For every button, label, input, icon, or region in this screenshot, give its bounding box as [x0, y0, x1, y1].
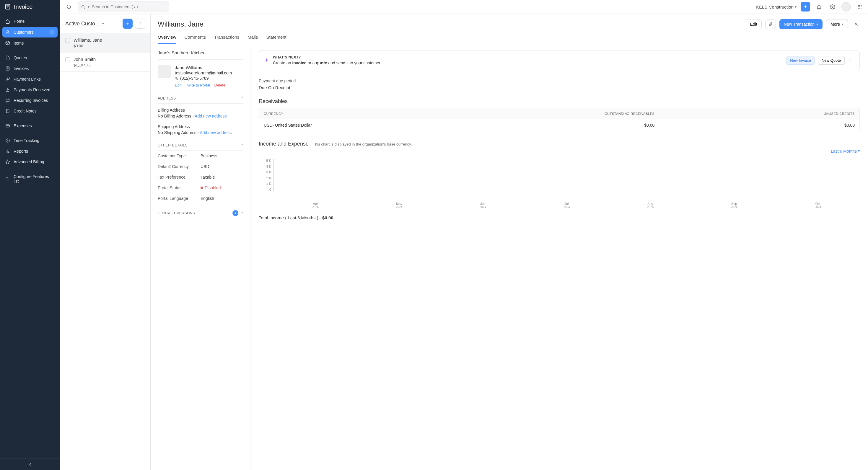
sidebar-item-time-tracking[interactable]: Time Tracking [2, 135, 58, 146]
sidebar-item-quotes[interactable]: Quotes [2, 53, 58, 63]
section-title: OTHER DETAILS [158, 143, 188, 147]
svg-point-7 [860, 6, 860, 7]
sidebar-add-customer-button[interactable]: + [49, 30, 55, 35]
other-details-section-toggle[interactable]: OTHER DETAILS ^ [158, 139, 243, 151]
org-name-label: KELS Construction [756, 4, 794, 9]
search-bar[interactable]: ▾ [78, 1, 169, 12]
card-icon [5, 123, 10, 128]
y-tick: 3 K [266, 170, 271, 174]
customer-list-row[interactable]: Williams, Jane $0.00 [60, 33, 150, 53]
contact-invite-link[interactable]: Invite to Portal [185, 83, 210, 87]
svg-point-20 [850, 59, 851, 60]
kv-value: Business [200, 154, 217, 158]
notifications-button[interactable] [814, 2, 824, 11]
settings-button[interactable] [828, 2, 837, 11]
add-contact-person-button[interactable]: + [232, 210, 238, 216]
contact-persons-section-toggle[interactable]: CONTACT PERSONS + ^ [158, 207, 243, 219]
more-button[interactable]: More ▾ [826, 19, 848, 29]
app-logo-area[interactable]: Invoice [0, 0, 60, 14]
row-checkbox[interactable] [65, 57, 70, 62]
table-cell: $0.00 [659, 119, 860, 131]
download-icon [5, 87, 10, 92]
tab-statement[interactable]: Statement [266, 35, 286, 44]
tab-mails[interactable]: Mails [247, 35, 258, 44]
sidebar-label: Expenses [13, 123, 32, 128]
sidebar-item-items[interactable]: Items [2, 38, 58, 48]
list-title-label: Active Custo… [65, 21, 100, 27]
kv-value: USD [200, 164, 209, 169]
chart-icon [5, 149, 10, 154]
tab-comments[interactable]: Comments [185, 35, 206, 44]
new-quote-button[interactable]: New Quote [818, 56, 845, 65]
list-more-button[interactable] [135, 19, 145, 29]
add-billing-address-link[interactable]: Add new address [195, 114, 226, 118]
tab-transactions[interactable]: Transactions [214, 35, 239, 44]
search-scope-chevron-icon[interactable]: ▾ [88, 5, 90, 9]
sidebar-item-payment-links[interactable]: Payment Links [2, 74, 58, 84]
whats-next-more-button[interactable] [848, 56, 854, 65]
kv-key: Portal Status [158, 185, 200, 190]
table-header: CURRENCY [259, 108, 459, 119]
apps-grid-icon [857, 4, 862, 9]
edit-button[interactable]: Edit [746, 19, 762, 29]
due-period-value: Due On Receipt [259, 85, 860, 90]
close-button[interactable] [851, 20, 861, 29]
sidebar-label: Credit Notes [13, 108, 37, 113]
tab-overview[interactable]: Overview [158, 35, 176, 44]
svg-point-5 [861, 5, 862, 6]
sidebar-item-credit-notes[interactable]: Credit Notes [2, 106, 58, 116]
contact-email: testsoftwareformm@gmail.com [175, 70, 232, 75]
new-invoice-button[interactable]: New Invoice [786, 56, 815, 65]
period-label: Last 6 Months [831, 149, 857, 154]
chevron-up-icon: ^ [241, 143, 243, 147]
global-add-button[interactable] [801, 2, 810, 11]
sidebar-collapse-button[interactable] [0, 458, 60, 470]
new-transaction-button[interactable]: New Transaction ▾ [779, 19, 823, 29]
sidebar-item-home[interactable]: Home [2, 16, 58, 26]
svg-point-12 [7, 31, 8, 32]
user-avatar[interactable] [841, 2, 851, 11]
shipping-address-empty: No Shipping Address - [158, 130, 200, 135]
sidebar-item-invoices[interactable]: Invoices [2, 63, 58, 73]
file-icon [5, 56, 10, 60]
sidebar-item-advanced-billing[interactable]: Advanced Billing [2, 157, 58, 167]
customer-row-name: John Smith [73, 57, 96, 62]
sidebar-item-reports[interactable]: Reports [2, 146, 58, 156]
row-checkbox[interactable] [65, 38, 70, 43]
link-icon [5, 77, 10, 82]
sidebar-item-payments-received[interactable]: Payments Received [2, 85, 58, 95]
sidebar-item-customers[interactable]: Customers + [2, 27, 58, 37]
sidebar-item-expenses[interactable]: Expenses [2, 121, 58, 131]
x-tick: Oct2024 [776, 202, 860, 209]
sidebar-item-configure[interactable]: Configure Features list [2, 171, 58, 186]
chart-period-filter[interactable]: Last 6 Months ▾ [259, 149, 860, 154]
company-name: Jane's Southern Kitchen [158, 50, 243, 60]
contact-delete-link[interactable]: Delete [214, 83, 226, 87]
customer-list-row[interactable]: John Smith $1,197.75 [60, 53, 150, 72]
apps-grid-button[interactable] [855, 2, 864, 11]
org-switcher[interactable]: KELS Construction ▾ [756, 4, 797, 9]
kv-key: Default Currency [158, 164, 200, 169]
billing-address-empty: No Billing Address - [158, 114, 195, 118]
contact-edit-link[interactable]: Edit [175, 83, 181, 87]
refresh-icon [66, 4, 71, 9]
new-customer-button[interactable] [123, 19, 133, 29]
svg-rect-15 [6, 125, 9, 127]
shipping-address-label: Shipping Address [158, 124, 243, 129]
box-icon [5, 41, 10, 45]
add-shipping-address-link[interactable]: Add new address [200, 130, 231, 135]
refresh-button[interactable] [63, 1, 74, 12]
total-income-line: Total Income ( Last 6 Months ) - $0.00 [259, 215, 860, 220]
users-icon [5, 30, 10, 35]
search-input[interactable] [92, 4, 166, 9]
x-tick: Jun2024 [441, 202, 525, 209]
sidebar-label: Payments Received [13, 87, 51, 92]
attachment-button[interactable] [765, 20, 776, 29]
sidebar-item-recurring-invoices[interactable]: Recurring Invoices [2, 95, 58, 105]
plus-icon [126, 22, 130, 26]
list-filter-dropdown[interactable]: Active Custo… ▾ [65, 21, 120, 27]
phone-icon [175, 76, 178, 80]
sidebar-label: Advanced Billing [13, 159, 44, 164]
sidebar-label: Time Tracking [13, 138, 39, 143]
address-section-toggle[interactable]: ADDRESS ^ [158, 93, 243, 104]
